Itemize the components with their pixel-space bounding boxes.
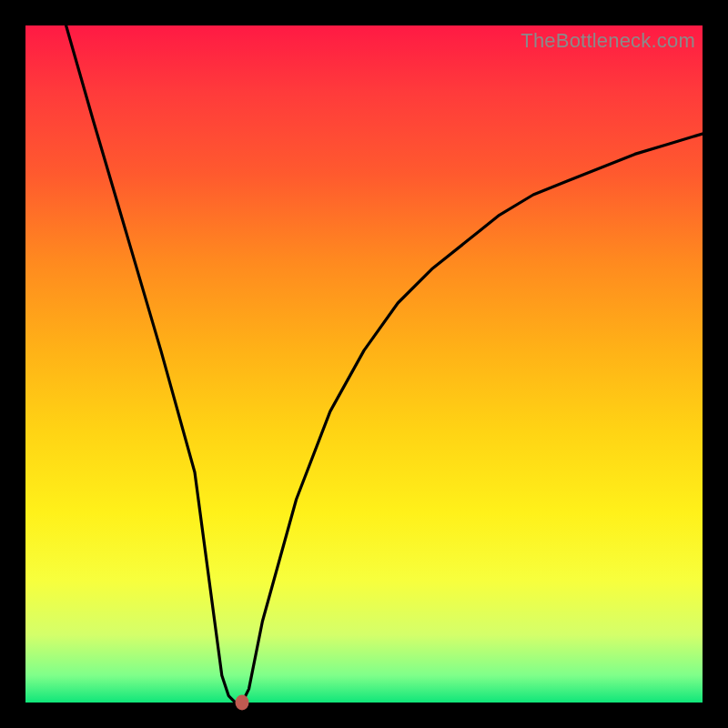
bottleneck-curve [25, 25, 703, 703]
plot-area: TheBottleneck.com [25, 25, 703, 703]
chart-frame: TheBottleneck.com [0, 0, 728, 728]
curve-path [66, 25, 703, 703]
optimal-point-marker [236, 695, 249, 711]
